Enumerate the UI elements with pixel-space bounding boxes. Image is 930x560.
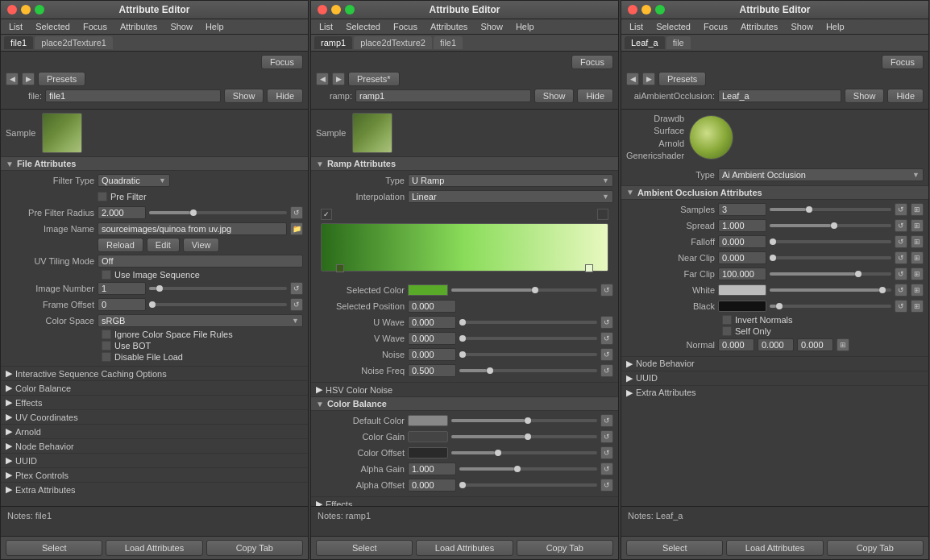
spread-extra[interactable]: ⊞ bbox=[911, 219, 924, 232]
near-clip-reset[interactable]: ↺ bbox=[895, 251, 907, 264]
browse-icon[interactable]: 📁 bbox=[290, 222, 303, 235]
expand-icon-2[interactable]: ▶ bbox=[332, 73, 345, 85]
normal-extra[interactable]: ⊞ bbox=[837, 338, 849, 351]
normal-y[interactable] bbox=[758, 338, 794, 351]
selected-color-slider[interactable] bbox=[451, 288, 597, 292]
ramp-left-btn[interactable]: ✓ bbox=[321, 209, 332, 220]
color-offset-swatch[interactable] bbox=[408, 447, 448, 458]
normal-z[interactable] bbox=[797, 338, 833, 351]
self-only-checkbox[interactable] bbox=[722, 326, 732, 336]
alpha-gain-input[interactable] bbox=[408, 463, 456, 475]
collapsible-effects-2[interactable]: ▶ Effects bbox=[311, 496, 618, 506]
frame-offset-input[interactable] bbox=[98, 298, 146, 311]
invert-normals-checkbox[interactable] bbox=[722, 315, 732, 325]
default-color-slider[interactable] bbox=[451, 419, 597, 422]
menu-show-2[interactable]: Show bbox=[477, 21, 506, 32]
v-wave-input[interactable] bbox=[408, 332, 456, 345]
uv-tiling-input[interactable] bbox=[98, 255, 303, 268]
frame-offset-slider[interactable] bbox=[149, 303, 287, 306]
noise-reset[interactable]: ↺ bbox=[600, 348, 613, 361]
scrollable-1[interactable]: ▼ File Attributes Filter Type Quadratic▼… bbox=[1, 156, 308, 506]
minimize-btn-2[interactable] bbox=[331, 5, 341, 15]
black-extra[interactable]: ⊞ bbox=[911, 300, 924, 313]
noise-freq-input[interactable] bbox=[408, 364, 456, 377]
tab-place2dtexture1[interactable]: place2dTexture1 bbox=[35, 36, 113, 49]
menu-focus-1[interactable]: Focus bbox=[80, 21, 110, 32]
maximize-btn-3[interactable] bbox=[655, 5, 665, 15]
tab-file1[interactable]: file1 bbox=[4, 36, 33, 49]
far-clip-input[interactable] bbox=[718, 268, 766, 280]
tab-file-3[interactable]: file bbox=[666, 36, 691, 49]
samples-reset[interactable]: ↺ bbox=[895, 203, 907, 216]
u-wave-input[interactable] bbox=[408, 316, 456, 329]
noise-freq-reset[interactable]: ↺ bbox=[600, 364, 613, 377]
near-clip-slider[interactable] bbox=[770, 256, 891, 259]
normal-x[interactable] bbox=[718, 338, 754, 351]
hide-btn-2[interactable]: Hide bbox=[577, 89, 613, 103]
collapse-icon-3[interactable]: ◀ bbox=[626, 73, 639, 85]
menu-show-3[interactable]: Show bbox=[787, 21, 816, 32]
default-color-reset[interactable]: ↺ bbox=[600, 414, 613, 427]
spread-reset[interactable]: ↺ bbox=[895, 219, 907, 232]
focus-btn-1[interactable]: Focus bbox=[261, 55, 303, 69]
collapsible-hsv[interactable]: ▶ HSV Color Noise bbox=[311, 382, 618, 396]
u-wave-reset[interactable]: ↺ bbox=[600, 316, 613, 329]
alpha-gain-reset[interactable]: ↺ bbox=[600, 463, 613, 475]
load-attrs-btn-1[interactable]: Load Attributes bbox=[106, 540, 202, 556]
minimize-btn-1[interactable] bbox=[21, 5, 31, 15]
image-number-slider[interactable] bbox=[149, 287, 287, 290]
select-btn-2[interactable]: Select bbox=[316, 540, 413, 556]
close-btn-3[interactable] bbox=[628, 5, 637, 15]
use-bot-checkbox[interactable] bbox=[102, 341, 111, 351]
minimize-btn-3[interactable] bbox=[641, 5, 651, 15]
select-btn-3[interactable]: Select bbox=[626, 540, 723, 556]
collapsible-extra-3[interactable]: ▶ Extra Attributes bbox=[621, 385, 928, 400]
frame-offset-reset[interactable]: ↺ bbox=[290, 298, 303, 311]
scrollable-2[interactable]: ▼ Ramp Attributes Type U Ramp▼ Interpola… bbox=[311, 156, 618, 506]
menu-attributes-1[interactable]: Attributes bbox=[117, 21, 160, 32]
alpha-offset-reset[interactable]: ↺ bbox=[600, 479, 613, 492]
pre-filter-radius-input[interactable] bbox=[98, 206, 146, 219]
collapsible-interactive-seq[interactable]: ▶ Interactive Sequence Caching Options bbox=[1, 366, 308, 380]
focus-btn-3[interactable]: Focus bbox=[882, 55, 924, 69]
filter-type-dropdown[interactable]: Quadratic▼ bbox=[98, 174, 170, 187]
pre-filter-checkbox[interactable] bbox=[98, 192, 107, 201]
menu-selected-2[interactable]: Selected bbox=[343, 21, 384, 32]
spread-input[interactable] bbox=[718, 219, 766, 232]
menu-list-3[interactable]: List bbox=[626, 21, 646, 32]
white-slider[interactable] bbox=[770, 288, 891, 292]
menu-attributes-3[interactable]: Attributes bbox=[737, 21, 781, 32]
presets-btn-2[interactable]: Presets* bbox=[348, 72, 400, 86]
far-clip-reset[interactable]: ↺ bbox=[895, 268, 907, 280]
tab-leaf-a[interactable]: Leaf_a bbox=[625, 36, 665, 49]
ao-input-3[interactable] bbox=[718, 89, 841, 102]
collapsible-node-behavior-3[interactable]: ▶ Node Behavior bbox=[621, 356, 928, 371]
close-btn-1[interactable] bbox=[7, 5, 17, 15]
menu-focus-2[interactable]: Focus bbox=[390, 21, 421, 32]
white-extra[interactable]: ⊞ bbox=[911, 284, 924, 297]
near-clip-extra[interactable]: ⊞ bbox=[911, 251, 924, 264]
copy-tab-btn-3[interactable]: Copy Tab bbox=[827, 540, 924, 556]
ramp-stop-left[interactable] bbox=[336, 264, 344, 272]
falloff-extra[interactable]: ⊞ bbox=[911, 235, 924, 248]
menu-show-1[interactable]: Show bbox=[167, 21, 196, 32]
image-number-reset[interactable]: ↺ bbox=[290, 282, 303, 295]
color-balance-header[interactable]: ▼ Color Balance bbox=[311, 396, 618, 411]
menu-list-1[interactable]: List bbox=[6, 21, 26, 32]
falloff-reset[interactable]: ↺ bbox=[895, 235, 907, 248]
black-reset[interactable]: ↺ bbox=[895, 300, 907, 313]
pre-filter-reset-icon[interactable]: ↺ bbox=[290, 206, 303, 219]
hide-btn-1[interactable]: Hide bbox=[267, 89, 303, 103]
ignore-cs-checkbox[interactable] bbox=[102, 330, 111, 339]
tab-place2dtexture2[interactable]: place2dTexture2 bbox=[354, 36, 432, 49]
ramp-stop-right[interactable] bbox=[585, 264, 593, 272]
menu-help-1[interactable]: Help bbox=[202, 21, 227, 32]
copy-tab-btn-2[interactable]: Copy Tab bbox=[517, 540, 613, 556]
default-color-swatch[interactable] bbox=[408, 415, 448, 426]
samples-extra[interactable]: ⊞ bbox=[911, 203, 924, 216]
samples-input[interactable] bbox=[718, 203, 766, 216]
white-swatch[interactable] bbox=[718, 284, 766, 296]
show-btn-1[interactable]: Show bbox=[224, 89, 264, 103]
load-attrs-btn-3[interactable]: Load Attributes bbox=[726, 540, 823, 556]
view-btn[interactable]: View bbox=[183, 238, 220, 252]
